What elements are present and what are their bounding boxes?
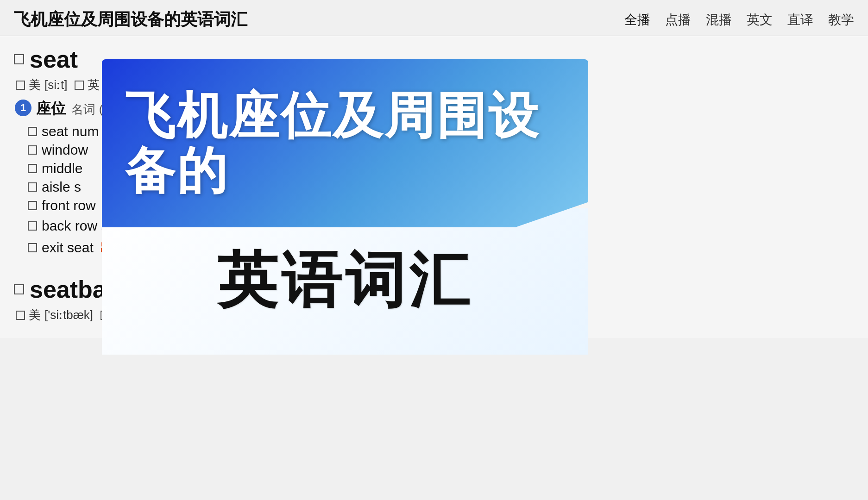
def-number-badge: 1 [15,100,31,116]
top-nav: 全播 点播 混播 英文 直译 教学 [624,11,854,29]
phonetic-uk-label: 英 [88,77,100,93]
sub-checkbox-3[interactable] [28,164,37,173]
sub-checkbox-1[interactable] [28,127,37,136]
nav-item-quanbo[interactable]: 全播 [624,11,650,29]
overlay-top-text: 飞机座位及周围设备的 [125,88,565,199]
seatback-phonetic-us-ipa: ['siːtbæk] [44,308,93,322]
seatback-main-checkbox[interactable] [14,284,24,294]
sub-text-1: seat num [42,124,99,139]
phonetic-us-checkbox[interactable] [16,81,25,90]
seat-main-checkbox[interactable] [14,54,24,64]
overlay-card: 飞机座位及周围设备的 英语词汇 [102,59,588,365]
nav-item-hunbo[interactable]: 混播 [706,11,732,29]
nav-item-dianbo[interactable]: 点播 [665,11,691,29]
sub-checkbox-4[interactable] [28,182,37,192]
seatback-phonetic-us-label: 美 [29,307,41,323]
overlay-bottom: 英语词汇 [102,208,588,355]
sub-checkbox-7[interactable] [28,243,37,252]
sub-text-2: window [42,142,88,158]
phonetic-us-label: 美 [29,77,41,93]
sub-text-3: middle [42,161,82,176]
sub-text-4: aisle s [42,179,81,195]
sub-text-5: front row [42,198,96,213]
nav-item-jiaoxue[interactable]: 教学 [828,11,854,29]
sub-checkbox-2[interactable] [28,145,37,155]
main-content: seat 美 [siːt] 英 [siːt] 1 座位 名词 (n.) [0,36,868,338]
word-title-seat: seat [30,45,78,73]
seatback-phonetic-us: 美 ['siːtbæk] [16,307,93,323]
nav-item-yingwen[interactable]: 英文 [747,11,773,29]
page-title: 飞机座位及周围设备的英语词汇 [14,8,247,31]
sub-text-7: exit seat [42,240,94,256]
seatback-phonetic-us-checkbox[interactable] [16,311,25,320]
phonetic-us: 美 [siːt] [16,77,67,93]
def-chinese: 座位 [36,100,66,117]
header: 飞机座位及周围设备的英语词汇 全播 点播 混播 英文 直译 教学 [0,0,868,36]
nav-item-zhiyi[interactable]: 直译 [787,11,813,29]
phonetic-us-ipa: [siːt] [44,78,67,92]
phonetic-uk-checkbox[interactable] [75,81,84,90]
sub-checkbox-6[interactable] [28,221,37,231]
sub-checkbox-5[interactable] [28,201,37,210]
overlay-top: 飞机座位及周围设备的 [102,59,588,227]
overlay-bottom-text: 英语词汇 [217,240,473,322]
